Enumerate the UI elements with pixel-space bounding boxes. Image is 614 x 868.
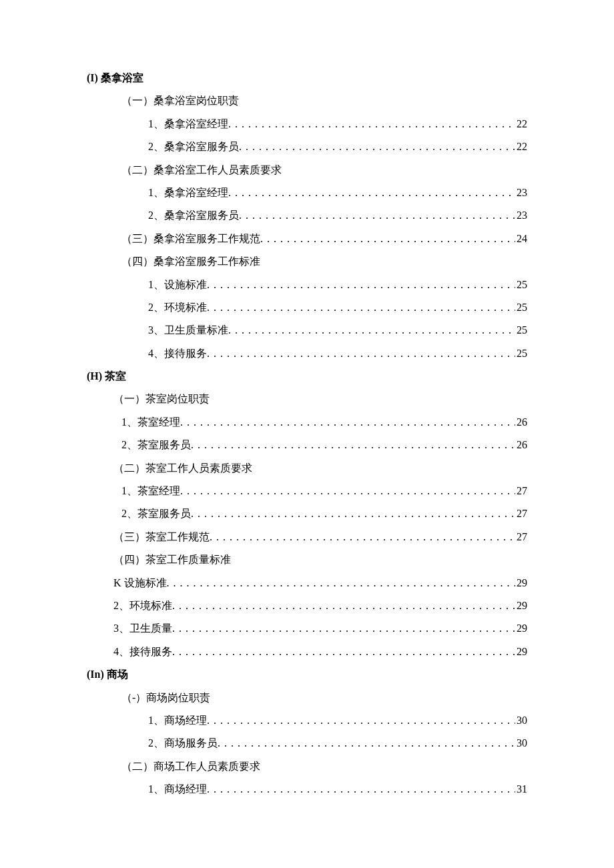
- toc-entry: 1、茶室经理26: [87, 411, 527, 434]
- toc-entry-page: 25: [515, 274, 527, 296]
- toc-entry: （一）茶室岗位职责: [87, 388, 527, 410]
- toc-entry-label: 1、商场经理: [148, 778, 207, 801]
- toc-entry: （四）茶室工作质量标准: [87, 548, 527, 571]
- toc-entry-label: 1、桑拿浴室经理: [148, 181, 228, 204]
- toc-entry-label: 2、茶室服务员: [121, 434, 191, 456]
- toc-entry: 2、桑拿浴室服务员22: [87, 135, 527, 158]
- toc-entry-label: 2、环境标准: [148, 296, 207, 319]
- toc-entry-label: （四）桑拿浴室服务工作标准: [121, 250, 260, 273]
- toc-entry-label: K 设施标准: [113, 572, 167, 594]
- toc-entry: （二）茶室工作人员素质要求: [87, 457, 527, 480]
- toc-dot-leader: [167, 572, 515, 594]
- toc-entry: 2、桑拿浴室服务员23: [87, 204, 527, 227]
- toc-entry: （四）桑拿浴室服务工作标准: [87, 250, 527, 273]
- toc-dot-leader: [172, 640, 515, 663]
- toc-entry-label: （三）桑拿浴室服务工作规范: [121, 228, 260, 250]
- toc-entry-page: 29: [515, 572, 527, 594]
- toc-entry: 4、接待服务29: [87, 640, 527, 663]
- toc-entry-page: 27: [515, 526, 527, 548]
- toc-entry-page: 25: [515, 342, 527, 365]
- toc-entry-label: （二）商场工作人员素质要求: [121, 755, 260, 778]
- toc-entry-page: 23: [515, 181, 527, 204]
- toc-entry-page: 22: [515, 135, 527, 158]
- toc-entry-label: 2、桑拿浴室服务员: [148, 204, 239, 227]
- toc-dot-leader: [239, 204, 515, 227]
- toc-container: (I) 桑拿浴室（一）桑拿浴室岗位职责1、桑拿浴室经理222、桑拿浴室服务员22…: [87, 67, 527, 801]
- toc-entry: （三）桑拿浴室服务工作规范24: [87, 228, 527, 250]
- toc-dot-leader: [228, 319, 515, 342]
- toc-entry-label: （三）茶室工作规范: [113, 526, 210, 548]
- toc-entry-page: 27: [515, 502, 527, 525]
- toc-entry-page: 30: [515, 732, 527, 755]
- toc-entry-page: 26: [515, 411, 527, 434]
- toc-entry: (In) 商场: [87, 663, 527, 686]
- toc-entry: （二）商场工作人员素质要求: [87, 755, 527, 778]
- toc-dot-leader: [172, 617, 515, 640]
- toc-entry: 3、卫生质量标准25: [87, 319, 527, 342]
- toc-entry-page: 30: [515, 709, 527, 732]
- toc-entry-label: 4、接待服务: [148, 342, 207, 365]
- toc-entry: (H) 茶室: [87, 365, 527, 388]
- toc-dot-leader: [218, 732, 515, 755]
- toc-entry-label: 4、接待服务: [113, 640, 172, 663]
- toc-dot-leader: [191, 502, 515, 525]
- toc-entry: 4、接待服务25: [87, 342, 527, 365]
- toc-entry-label: （-）商场岗位职责: [121, 687, 210, 709]
- toc-entry: 2、商场服务员30: [87, 732, 527, 755]
- toc-dot-leader: [228, 113, 515, 135]
- toc-entry-label: (H) 茶室: [87, 365, 126, 388]
- toc-dot-leader: [239, 135, 515, 158]
- toc-entry-label: 1、茶室经理: [121, 411, 180, 434]
- toc-dot-leader: [228, 181, 515, 204]
- toc-entry-label: (In) 商场: [87, 663, 128, 686]
- toc-entry-page: 29: [515, 640, 527, 663]
- toc-entry: 2、茶室服务员27: [87, 502, 527, 525]
- toc-entry: 2、环境标准29: [87, 594, 527, 617]
- toc-dot-leader: [260, 228, 515, 250]
- toc-entry: 1、茶室经理27: [87, 480, 527, 502]
- toc-dot-leader: [180, 411, 515, 434]
- toc-entry: 1、商场经理30: [87, 709, 527, 732]
- toc-entry-label: 2、茶室服务员: [121, 502, 191, 525]
- toc-dot-leader: [207, 342, 515, 365]
- toc-dot-leader: [207, 296, 515, 319]
- toc-entry: 1、桑拿浴室经理23: [87, 181, 527, 204]
- toc-entry: （三）茶室工作规范27: [87, 526, 527, 548]
- toc-entry: 3、卫生质量29: [87, 617, 527, 640]
- toc-dot-leader: [180, 480, 515, 502]
- toc-entry-label: 1、商场经理: [148, 709, 207, 732]
- toc-entry-label: 3、卫生质量标准: [148, 319, 228, 342]
- toc-entry-page: 22: [515, 113, 527, 135]
- toc-entry: K 设施标准29: [87, 572, 527, 594]
- toc-entry-page: 29: [515, 617, 527, 640]
- toc-dot-leader: [207, 274, 515, 296]
- toc-entry-label: 1、设施标准: [148, 274, 207, 296]
- toc-entry-page: 31: [515, 778, 527, 801]
- toc-entry-label: 1、茶室经理: [121, 480, 180, 502]
- toc-entry-page: 25: [515, 296, 527, 319]
- toc-entry-label: （二）茶室工作人员素质要求: [113, 457, 252, 480]
- toc-entry: (I) 桑拿浴室: [87, 67, 527, 89]
- toc-entry-label: （一）桑拿浴室岗位职责: [121, 89, 239, 112]
- toc-entry-label: （二）桑拿浴室工作人员素质要求: [121, 159, 282, 181]
- toc-entry-page: 24: [515, 228, 527, 250]
- toc-dot-leader: [207, 709, 515, 732]
- toc-dot-leader: [191, 434, 515, 456]
- toc-entry: 1、桑拿浴室经理22: [87, 113, 527, 135]
- toc-entry-page: 26: [515, 434, 527, 456]
- toc-entry-label: 3、卫生质量: [113, 617, 172, 640]
- toc-entry-label: 2、商场服务员: [148, 732, 218, 755]
- toc-entry: （二）桑拿浴室工作人员素质要求: [87, 159, 527, 181]
- toc-entry-page: 29: [515, 594, 527, 617]
- toc-entry: （-）商场岗位职责: [87, 687, 527, 709]
- toc-entry-label: 2、桑拿浴室服务员: [148, 135, 239, 158]
- toc-entry-label: 2、环境标准: [113, 594, 172, 617]
- toc-dot-leader: [172, 594, 515, 617]
- toc-entry: 2、茶室服务员26: [87, 434, 527, 456]
- toc-entry: 2、环境标准25: [87, 296, 527, 319]
- toc-entry-label: （四）茶室工作质量标准: [113, 548, 231, 571]
- toc-entry-label: （一）茶室岗位职责: [113, 388, 210, 410]
- toc-entry-label: 1、桑拿浴室经理: [148, 113, 228, 135]
- toc-entry-label: (I) 桑拿浴室: [87, 67, 143, 89]
- toc-entry-page: 23: [515, 204, 527, 227]
